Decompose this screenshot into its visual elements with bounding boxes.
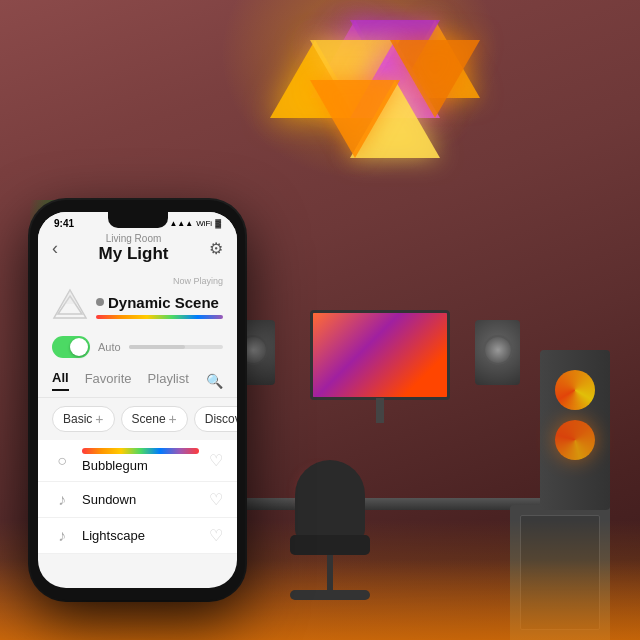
- chair-base: [290, 590, 370, 600]
- tab-all[interactable]: All: [52, 370, 69, 391]
- brightness-fill: [129, 345, 186, 349]
- lightscape-name: Lightscape: [82, 528, 199, 543]
- app-header: ‹ Living Room My Light ⚙: [38, 231, 237, 270]
- chip-basic-plus: +: [95, 411, 103, 427]
- auto-row: Auto: [38, 330, 237, 364]
- lightscape-heart-icon[interactable]: ♡: [209, 526, 223, 545]
- list-item-sundown[interactable]: ♪ Sundown ♡: [38, 482, 237, 518]
- scene-name: Dynamic Scene: [108, 294, 219, 311]
- pc-tower: [540, 350, 610, 510]
- chip-scene-label: Scene: [132, 412, 166, 426]
- nanoleaf-panels: [260, 20, 480, 180]
- toggle-knob: [70, 338, 88, 356]
- room-label: Living Room: [58, 233, 209, 244]
- tab-playlist[interactable]: Playlist: [148, 371, 189, 390]
- svg-marker-2: [62, 290, 78, 304]
- list-item-lightscape[interactable]: ♪ Lightscape ♡: [38, 518, 237, 554]
- tabs-container: All Favorite Playlist 🔍: [38, 364, 237, 398]
- nanoleaf-triangle-icon: [52, 288, 88, 324]
- tab-favorite[interactable]: Favorite: [85, 371, 132, 390]
- auto-toggle[interactable]: [52, 336, 90, 358]
- sundown-name: Sundown: [82, 492, 199, 507]
- chair: [280, 460, 380, 600]
- sundown-heart-icon[interactable]: ♡: [209, 490, 223, 509]
- sundown-icon: ♪: [52, 491, 72, 509]
- bubblegum-gradient-bar: [82, 448, 199, 454]
- header-center: Living Room My Light: [58, 233, 209, 264]
- brightness-slider[interactable]: [129, 345, 223, 349]
- scene-icon: [96, 298, 104, 306]
- scene-icon-row: Dynamic Scene: [96, 294, 223, 311]
- triangle-panel-9: [310, 80, 400, 158]
- signal-icon: ▲▲▲: [169, 219, 193, 228]
- battery-icon: ▓: [215, 219, 221, 228]
- speaker-right: [475, 320, 520, 385]
- search-icon[interactable]: 🔍: [206, 373, 223, 389]
- now-playing-section: Now Playing Dynamic Scene: [38, 270, 237, 330]
- chips-row: Basic + Scene + Discover ›: [38, 398, 237, 440]
- pc-fan: [555, 370, 595, 410]
- now-playing-info: Dynamic Scene: [96, 294, 223, 319]
- chip-discover[interactable]: Discover ›: [194, 406, 237, 432]
- monitor-stand: [376, 398, 384, 423]
- status-icons: ▲▲▲ WiFi ▓: [169, 219, 221, 228]
- chip-discover-label: Discover: [205, 412, 237, 426]
- lightscape-icon: ♪: [52, 527, 72, 545]
- settings-icon[interactable]: ⚙: [209, 239, 223, 258]
- now-playing-label: Now Playing: [52, 276, 223, 286]
- status-time: 9:41: [54, 218, 74, 229]
- list-section: ○ Bubblegum ♡ ♪ Sundown ♡ ♪ Lightscape ♡: [38, 440, 237, 554]
- monitor: [310, 310, 450, 400]
- auto-label: Auto: [98, 341, 121, 353]
- bubblegum-content: Bubblegum: [82, 448, 199, 473]
- chip-scene-plus: +: [169, 411, 177, 427]
- progress-bar[interactable]: [96, 315, 223, 319]
- chip-scene[interactable]: Scene +: [121, 406, 188, 432]
- chip-basic[interactable]: Basic +: [52, 406, 115, 432]
- chair-seat: [290, 535, 370, 555]
- bubblegum-name: Bubblegum: [82, 458, 199, 473]
- phone-mockup: 9:41 ▲▲▲ WiFi ▓ ‹ Living Room My Light ⚙…: [30, 200, 245, 600]
- chip-basic-label: Basic: [63, 412, 92, 426]
- now-playing-row: Dynamic Scene: [52, 288, 223, 324]
- page-title: My Light: [58, 244, 209, 264]
- phone-screen: 9:41 ▲▲▲ WiFi ▓ ‹ Living Room My Light ⚙…: [38, 212, 237, 588]
- list-item-bubblegum[interactable]: ○ Bubblegum ♡: [38, 440, 237, 482]
- wifi-icon: WiFi: [196, 219, 212, 228]
- bubblegum-icon: ○: [52, 452, 72, 470]
- bubblegum-heart-icon[interactable]: ♡: [209, 451, 223, 470]
- chair-back: [295, 460, 365, 540]
